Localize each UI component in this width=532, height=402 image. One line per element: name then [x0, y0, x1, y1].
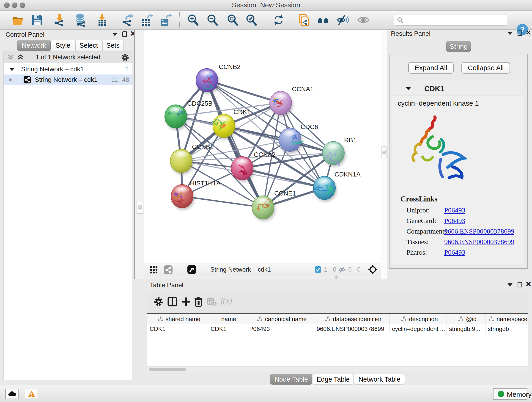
close-window-icon[interactable] — [4, 2, 10, 8]
panel-close-icon[interactable]: ✕ — [526, 30, 531, 36]
crosslink-label: Uniprot: — [406, 206, 430, 214]
panel-menu-icon[interactable] — [507, 32, 513, 35]
crosslink-value-link[interactable]: P06493 — [444, 206, 465, 214]
panel-close-icon[interactable]: ✕ — [526, 281, 531, 287]
refresh-layout-icon[interactable] — [272, 13, 285, 27]
table-cell[interactable]: 9606.ENSP00000378699 — [314, 324, 390, 334]
network-graph[interactable]: CCNB2CCNA1CDC25BCDK1CDC6RB1CCNB1CCNA2CDK… — [144, 30, 381, 264]
export-network-icon[interactable] — [121, 13, 134, 27]
save-session-icon[interactable] — [31, 13, 44, 27]
network-node[interactable]: CDC6 — [279, 123, 318, 153]
network-node[interactable]: CCNB1 — [170, 143, 214, 175]
table-settings-gear-icon[interactable] — [153, 296, 164, 307]
gear-icon[interactable] — [121, 53, 129, 62]
column-header[interactable]: description — [390, 314, 447, 324]
memory-button[interactable]: Memory — [493, 388, 527, 400]
table-cell[interactable]: P06493 — [247, 324, 314, 334]
show-all-icon[interactable] — [357, 13, 370, 27]
network-node[interactable]: HIST1H1A — [171, 180, 221, 210]
collapse-all-button[interactable]: Collapse All — [462, 62, 510, 74]
hide-selected-icon[interactable] — [336, 13, 349, 27]
gene-disclosure-icon[interactable] — [405, 87, 411, 90]
table-row[interactable]: CDK1 CDK1 P06493 9606.ENSP00000378699 cy… — [147, 324, 528, 334]
expand-all-button[interactable]: Expand All — [408, 62, 454, 74]
table-cell[interactable]: CDK1 — [147, 324, 208, 334]
birds-eye-view-icon[interactable] — [187, 265, 196, 274]
import-network-icon[interactable] — [53, 13, 66, 27]
minimize-window-icon[interactable] — [12, 2, 17, 8]
network-overview-icon[interactable] — [164, 265, 173, 274]
export-table-icon[interactable] — [140, 13, 153, 27]
open-session-icon[interactable] — [12, 13, 25, 27]
crosslink-value-link[interactable]: 9606.ENSP00000378699 — [444, 238, 514, 246]
network-node[interactable]: CDKN1A — [313, 171, 361, 202]
column-header[interactable]: database identifier — [314, 314, 390, 324]
tab-style[interactable]: Style — [51, 40, 75, 51]
table-header-row: shared name name canonical name database… — [147, 314, 528, 324]
selected-checkbox-icon[interactable] — [315, 266, 322, 273]
left-splitter[interactable] — [134, 30, 144, 279]
tab-network[interactable]: Network — [17, 40, 51, 51]
crosslink-value-link[interactable]: P06493 — [444, 249, 465, 256]
tab-network-table[interactable]: Network Table — [354, 374, 405, 385]
crosslink-value-link[interactable]: 9606.ENSP00000378699 — [444, 227, 514, 235]
cloud-button[interactable] — [5, 389, 19, 399]
horizontal-splitter-handle[interactable] — [335, 275, 338, 279]
zoom-selected-icon[interactable] — [244, 13, 258, 27]
tab-node-table[interactable]: Node Table — [270, 374, 312, 385]
panel-menu-icon[interactable] — [507, 283, 513, 287]
tab-sets[interactable]: Sets — [102, 40, 123, 51]
network-node[interactable]: RB1 — [322, 137, 356, 167]
collapse-all-icon[interactable] — [7, 54, 14, 61]
fit-selected-crosshair-icon[interactable] — [368, 265, 377, 274]
delete-column-trash-icon[interactable] — [193, 296, 204, 307]
add-column-icon[interactable] — [181, 296, 191, 307]
table-horizontal-scrollbar[interactable] — [147, 366, 528, 372]
table-cell[interactable]: stringdb — [486, 324, 528, 334]
network-row[interactable]: String Network – cdk1 11 48 — [4, 75, 133, 85]
zoom-out-icon[interactable] — [206, 13, 219, 27]
tab-string[interactable]: String — [446, 41, 471, 52]
export-image-icon[interactable] — [159, 13, 172, 27]
network-collection-row[interactable]: String Network – cdk1 1 — [4, 64, 133, 75]
horizontal-splitter[interactable] — [144, 275, 381, 279]
network-canvas[interactable]: CCNB2CCNA1CDC25BCDK1CDC6RB1CCNB1CCNA2CDK… — [144, 30, 381, 264]
network-node[interactable]: CCNE1 — [252, 190, 296, 221]
home-icon[interactable] — [317, 13, 330, 27]
function-builder-icon: f(x) — [221, 296, 232, 306]
import-table-icon[interactable] — [95, 13, 109, 27]
table-cell[interactable]: stringdb:9... — [447, 324, 486, 334]
right-splitter[interactable] — [381, 30, 387, 279]
panel-float-icon[interactable] — [518, 282, 522, 287]
show-columns-icon[interactable] — [167, 296, 177, 307]
zoom-fit-icon[interactable] — [226, 13, 239, 27]
network-node[interactable]: CCNA1 — [270, 85, 314, 117]
left-splitter-handle[interactable] — [137, 201, 143, 214]
zoom-in-icon[interactable] — [186, 13, 199, 27]
panel-menu-icon[interactable] — [112, 33, 117, 36]
warnings-button[interactable] — [25, 389, 38, 399]
crosslink-value-link[interactable]: P06493 — [444, 217, 465, 225]
share-document-icon[interactable] — [297, 13, 310, 27]
import-network-from-database-icon[interactable] — [74, 13, 87, 27]
gene-card-header[interactable]: CDK1 — [392, 81, 524, 96]
panel-float-icon[interactable] — [518, 31, 522, 36]
column-header[interactable]: @id — [447, 314, 486, 324]
column-header[interactable]: name — [208, 314, 247, 324]
panel-float-icon[interactable] — [122, 32, 127, 37]
column-header[interactable]: namespace — [486, 314, 528, 324]
table-cell[interactable]: CDK1 — [208, 324, 247, 334]
column-header[interactable]: canonical name — [247, 314, 314, 324]
tab-edge-table[interactable]: Edge Table — [313, 374, 354, 385]
collection-count: 1 — [125, 64, 129, 75]
maximize-window-icon[interactable] — [20, 2, 25, 8]
search-input[interactable] — [406, 15, 504, 25]
grid-view-icon[interactable] — [150, 266, 158, 274]
right-splitter-handle[interactable] — [381, 147, 386, 158]
expand-all-icon[interactable] — [17, 54, 24, 61]
collection-disclosure-icon[interactable] — [9, 68, 15, 71]
scrollbar-thumb[interactable] — [149, 368, 186, 371]
tab-select[interactable]: Select — [75, 40, 102, 51]
table-cell[interactable]: cyclin–dependent ... — [390, 324, 447, 334]
column-header[interactable]: shared name — [147, 314, 208, 324]
